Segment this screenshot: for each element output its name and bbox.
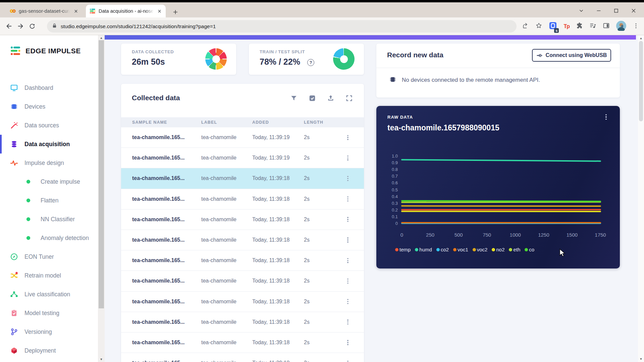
select-checkbox-icon[interactable] (309, 95, 317, 103)
table-row[interactable]: tea-chamomile.165... tea-chamomile Today… (121, 333, 364, 353)
media-controls-icon[interactable] (589, 22, 596, 31)
sidebar-item-data-sources[interactable]: Data sources (0, 116, 98, 135)
scroll-down-icon[interactable]: ▼ (638, 357, 644, 361)
legend-item-voc1[interactable]: voc1 (453, 247, 468, 252)
table-row[interactable]: tea-chamomile.165... tea-chamomile Today… (121, 312, 364, 333)
table-row[interactable]: tea-chamomile.165... tea-chamomile Today… (121, 230, 364, 250)
sidebar-item-dashboard[interactable]: Dashboard (0, 78, 98, 97)
sidebar-item-label: Versioning (24, 328, 52, 336)
sample-name: tea-chamomile.165... (132, 155, 185, 161)
row-menu-kebab[interactable] (345, 257, 351, 264)
new-tab-button[interactable] (170, 7, 180, 17)
bookmark-star-icon[interactable] (535, 22, 542, 31)
minimize-button[interactable] (595, 7, 602, 14)
connect-webusb-button[interactable]: Connect using WebUSB (532, 49, 611, 62)
forward-button[interactable] (15, 20, 26, 32)
row-menu-kebab[interactable] (345, 216, 351, 223)
lock-icon[interactable] (52, 23, 57, 30)
sample-name: tea-chamomile.165... (132, 299, 185, 305)
bezier-icon (10, 290, 18, 299)
page-scrollbar-thumb[interactable] (639, 41, 643, 121)
profile-avatar[interactable] (616, 21, 626, 32)
column-header-length[interactable]: LENGTH (304, 120, 323, 125)
password-extension-icon[interactable]: 5 (549, 21, 557, 31)
tab-close-icon[interactable] (156, 8, 162, 14)
table-row[interactable]: tea-chamomile.165... tea-chamomile Today… (121, 209, 364, 230)
row-menu-kebab[interactable] (345, 175, 351, 182)
scroll-down-icon[interactable]: ▼ (98, 357, 105, 362)
share-icon[interactable] (522, 22, 529, 31)
extensions-puzzle-icon[interactable] (576, 22, 583, 31)
table-row[interactable]: tea-chamomile.165... tea-chamomile Today… (121, 127, 364, 148)
raw-data-menu-kebab[interactable] (603, 113, 609, 121)
sidebar-scrollbar[interactable]: ▲ ▼ (98, 35, 105, 362)
scroll-up-icon[interactable]: ▲ (638, 36, 644, 41)
row-menu-kebab[interactable] (345, 360, 351, 362)
sidebar-item-nn-classifier[interactable]: NN Classifier (0, 210, 98, 229)
edge-impulse-logo[interactable]: EDGE IMPULSE (10, 45, 81, 57)
column-header-label[interactable]: LABEL (201, 120, 217, 125)
sidebar-item-retrain-model[interactable]: Retrain model (0, 266, 98, 285)
side-panel-icon[interactable] (603, 22, 610, 31)
table-row[interactable]: tea-chamomile.165... tea-chamomile Today… (121, 148, 364, 168)
raw-data-line-chart[interactable] (402, 156, 600, 224)
sidebar-item-impulse-design[interactable]: Impulse design (0, 154, 98, 172)
fullscreen-expand-icon[interactable] (345, 95, 354, 103)
sidebar-item-data-acquisition[interactable]: Data acquisition (0, 135, 98, 154)
sample-added: Today, 11:39:18 (252, 299, 290, 305)
tab-close-icon[interactable] (73, 8, 79, 14)
legend-item-no2[interactable]: no2 (492, 247, 504, 252)
legend-item-co[interactable]: co (525, 247, 534, 252)
close-button[interactable] (630, 7, 637, 14)
sidebar-scrollbar-thumb[interactable] (99, 40, 104, 308)
help-icon[interactable]: ? (307, 59, 314, 66)
legend-item-voc2[interactable]: voc2 (473, 247, 488, 252)
scroll-up-icon[interactable]: ▲ (98, 36, 105, 40)
sample-name: tea-chamomile.165... (132, 360, 185, 362)
row-menu-kebab[interactable] (345, 278, 351, 284)
sidebar-item-create-impulse[interactable]: Create impulse (0, 172, 98, 191)
row-menu-kebab[interactable] (345, 298, 351, 305)
row-menu-kebab[interactable] (345, 339, 351, 346)
row-menu-kebab[interactable] (345, 134, 351, 141)
sample-label: tea-chamomile (201, 319, 236, 325)
sidebar-item-label: Dashboard (24, 84, 53, 92)
row-menu-kebab[interactable] (345, 319, 351, 325)
browser-tab-edge-impulse[interactable]: Data acquisition - ai-nose - Edge (86, 5, 166, 17)
column-header-sample-name[interactable]: SAMPLE NAME (132, 120, 167, 125)
sidebar-item-eon-tuner[interactable]: EON Tuner (0, 247, 98, 266)
sidebar-item-versioning[interactable]: Versioning (0, 322, 98, 341)
sidebar-item-deployment[interactable]: Deployment (0, 341, 98, 360)
sidebar-item-anomaly-detection[interactable]: Anomaly detection (0, 229, 98, 247)
back-button[interactable] (3, 20, 15, 32)
page-scrollbar[interactable]: ▲ ▼ (638, 35, 644, 362)
table-row[interactable]: tea-chamomile.165... tea-chamomile Today… (121, 292, 364, 312)
maximize-button[interactable] (612, 7, 620, 14)
sidebar-item-devices[interactable]: Devices (0, 97, 98, 116)
legend-item-temp[interactable]: temp (395, 247, 411, 252)
upload-icon[interactable] (327, 95, 335, 103)
table-row[interactable]: tea-chamomile.165... tea-chamomile Today… (121, 271, 364, 291)
row-menu-kebab[interactable] (345, 155, 351, 161)
sidebar-item-model-testing[interactable]: Model testing (0, 304, 98, 322)
legend-item-humd[interactable]: humd (415, 247, 432, 252)
column-header-added[interactable]: ADDED (252, 120, 269, 125)
browser-tab-colab[interactable]: gas-sensor-dataset-curation.ipyn (6, 5, 82, 17)
sidebar-item-live-classification[interactable]: Live classification (0, 285, 98, 304)
legend-item-co2[interactable]: co2 (436, 247, 449, 252)
table-row[interactable]: tea-chamomile.165... tea-chamomile Today… (121, 353, 364, 362)
url-bar[interactable]: studio.edgeimpulse.com/studio/121242/acq… (47, 20, 517, 33)
tab-search-chevron-icon[interactable] (578, 7, 585, 14)
table-row[interactable]: tea-chamomile.165... tea-chamomile Today… (121, 168, 364, 189)
sidebar-item-flatten[interactable]: Flatten (0, 191, 98, 210)
row-menu-kebab[interactable] (345, 237, 351, 243)
browser-menu-kebab-icon[interactable] (633, 22, 639, 31)
table-row[interactable]: tea-chamomile.165... tea-chamomile Today… (121, 250, 364, 271)
legend-item-eth[interactable]: eth (509, 247, 520, 252)
row-menu-kebab[interactable] (345, 196, 351, 202)
filter-icon[interactable] (290, 95, 298, 103)
table-row[interactable]: tea-chamomile.165... tea-chamomile Today… (121, 189, 364, 209)
divider (376, 68, 620, 68)
reload-button[interactable] (26, 20, 38, 32)
tampermonkey-extension-icon[interactable]: Tp (564, 23, 570, 29)
